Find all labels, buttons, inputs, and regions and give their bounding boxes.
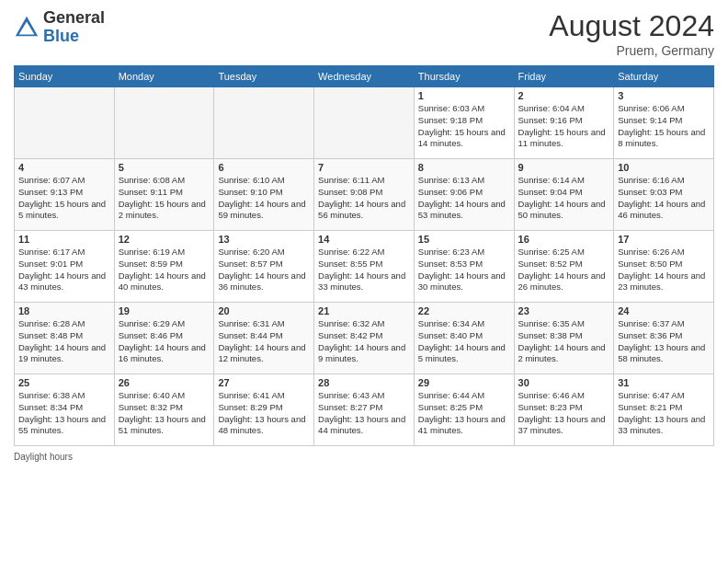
table-row: 26Sunrise: 6:40 AM Sunset: 8:32 PM Dayli…	[114, 374, 214, 446]
header-monday: Monday	[114, 66, 214, 87]
day-info: Sunrise: 6:16 AM Sunset: 9:03 PM Dayligh…	[618, 175, 710, 222]
header-sunday: Sunday	[15, 66, 115, 87]
day-number: 12	[119, 234, 210, 245]
day-info: Sunrise: 6:26 AM Sunset: 8:50 PM Dayligh…	[618, 247, 710, 293]
table-row: 28Sunrise: 6:43 AM Sunset: 8:27 PM Dayli…	[314, 374, 415, 446]
title-block: August 2024 Pruem, Germany	[549, 9, 714, 58]
day-number: 31	[618, 377, 710, 388]
month-title: August 2024	[549, 9, 714, 43]
day-info: Sunrise: 6:32 AM Sunset: 8:42 PM Dayligh…	[318, 318, 410, 365]
table-row: 22Sunrise: 6:34 AM Sunset: 8:40 PM Dayli…	[414, 303, 514, 374]
day-info: Sunrise: 6:25 AM Sunset: 8:52 PM Dayligh…	[518, 247, 610, 293]
day-info: Sunrise: 6:11 AM Sunset: 9:08 PM Dayligh…	[318, 175, 410, 222]
day-number: 22	[418, 305, 510, 316]
day-number: 28	[318, 377, 410, 388]
table-row	[314, 87, 415, 159]
day-number: 23	[518, 305, 610, 316]
logo-blue-text: Blue	[43, 27, 79, 45]
calendar-week-1: 1Sunrise: 6:03 AM Sunset: 9:18 PM Daylig…	[15, 87, 714, 159]
table-row: 25Sunrise: 6:38 AM Sunset: 8:34 PM Dayli…	[15, 374, 115, 446]
table-row: 15Sunrise: 6:23 AM Sunset: 8:53 PM Dayli…	[414, 231, 514, 303]
day-info: Sunrise: 6:31 AM Sunset: 8:44 PM Dayligh…	[218, 318, 310, 365]
logo: General Blue	[14, 9, 105, 46]
header-tuesday: Tuesday	[214, 66, 314, 87]
page-header: General Blue August 2024 Pruem, Germany	[14, 9, 714, 58]
table-row: 2Sunrise: 6:04 AM Sunset: 9:16 PM Daylig…	[514, 87, 614, 159]
day-info: Sunrise: 6:07 AM Sunset: 9:13 PM Dayligh…	[18, 175, 110, 222]
table-row: 24Sunrise: 6:37 AM Sunset: 8:36 PM Dayli…	[614, 303, 714, 374]
table-row: 6Sunrise: 6:10 AM Sunset: 9:10 PM Daylig…	[214, 159, 314, 231]
day-info: Sunrise: 6:13 AM Sunset: 9:06 PM Dayligh…	[418, 175, 510, 222]
day-info: Sunrise: 6:38 AM Sunset: 8:34 PM Dayligh…	[18, 390, 110, 437]
day-number: 25	[18, 377, 110, 388]
day-number: 3	[618, 90, 710, 101]
day-number: 29	[418, 377, 510, 388]
day-info: Sunrise: 6:17 AM Sunset: 9:01 PM Dayligh…	[18, 247, 110, 293]
day-number: 6	[218, 162, 310, 173]
table-row: 14Sunrise: 6:22 AM Sunset: 8:55 PM Dayli…	[314, 231, 415, 303]
day-info: Sunrise: 6:14 AM Sunset: 9:04 PM Dayligh…	[518, 175, 610, 222]
calendar-week-3: 11Sunrise: 6:17 AM Sunset: 9:01 PM Dayli…	[15, 231, 714, 303]
day-number: 11	[18, 234, 110, 245]
calendar-week-5: 25Sunrise: 6:38 AM Sunset: 8:34 PM Dayli…	[15, 374, 714, 446]
day-info: Sunrise: 6:44 AM Sunset: 8:25 PM Dayligh…	[418, 390, 510, 437]
day-info: Sunrise: 6:40 AM Sunset: 8:32 PM Dayligh…	[119, 390, 210, 437]
table-row: 5Sunrise: 6:08 AM Sunset: 9:11 PM Daylig…	[114, 159, 214, 231]
table-row: 10Sunrise: 6:16 AM Sunset: 9:03 PM Dayli…	[614, 159, 714, 231]
day-number: 15	[418, 234, 510, 245]
table-row: 20Sunrise: 6:31 AM Sunset: 8:44 PM Dayli…	[214, 303, 314, 374]
day-number: 1	[418, 90, 510, 101]
day-number: 19	[119, 305, 210, 316]
day-number: 13	[218, 234, 310, 245]
day-info: Sunrise: 6:03 AM Sunset: 9:18 PM Dayligh…	[418, 103, 510, 150]
day-info: Sunrise: 6:47 AM Sunset: 8:21 PM Dayligh…	[618, 390, 710, 437]
table-row: 1Sunrise: 6:03 AM Sunset: 9:18 PM Daylig…	[414, 87, 514, 159]
day-info: Sunrise: 6:28 AM Sunset: 8:48 PM Dayligh…	[18, 318, 110, 365]
day-info: Sunrise: 6:46 AM Sunset: 8:23 PM Dayligh…	[518, 390, 610, 437]
calendar-week-2: 4Sunrise: 6:07 AM Sunset: 9:13 PM Daylig…	[15, 159, 714, 231]
day-number: 18	[18, 305, 110, 316]
footer-note: Daylight hours	[14, 452, 714, 462]
day-info: Sunrise: 6:41 AM Sunset: 8:29 PM Dayligh…	[218, 390, 310, 437]
table-row: 11Sunrise: 6:17 AM Sunset: 9:01 PM Dayli…	[15, 231, 115, 303]
day-number: 30	[518, 377, 610, 388]
day-number: 2	[518, 90, 610, 101]
table-row: 21Sunrise: 6:32 AM Sunset: 8:42 PM Dayli…	[314, 303, 415, 374]
table-row: 3Sunrise: 6:06 AM Sunset: 9:14 PM Daylig…	[614, 87, 714, 159]
day-number: 16	[518, 234, 610, 245]
table-row: 30Sunrise: 6:46 AM Sunset: 8:23 PM Dayli…	[514, 374, 614, 446]
calendar-header-row: Sunday Monday Tuesday Wednesday Thursday…	[15, 66, 714, 87]
table-row: 27Sunrise: 6:41 AM Sunset: 8:29 PM Dayli…	[214, 374, 314, 446]
table-row: 18Sunrise: 6:28 AM Sunset: 8:48 PM Dayli…	[15, 303, 115, 374]
day-number: 26	[119, 377, 210, 388]
table-row: 12Sunrise: 6:19 AM Sunset: 8:59 PM Dayli…	[114, 231, 214, 303]
table-row: 16Sunrise: 6:25 AM Sunset: 8:52 PM Dayli…	[514, 231, 614, 303]
location-subtitle: Pruem, Germany	[549, 43, 714, 58]
day-number: 8	[418, 162, 510, 173]
day-number: 9	[518, 162, 610, 173]
calendar-table: Sunday Monday Tuesday Wednesday Thursday…	[14, 65, 714, 446]
day-number: 4	[18, 162, 110, 173]
header-wednesday: Wednesday	[314, 66, 415, 87]
table-row: 29Sunrise: 6:44 AM Sunset: 8:25 PM Dayli…	[414, 374, 514, 446]
day-info: Sunrise: 6:08 AM Sunset: 9:11 PM Dayligh…	[119, 175, 210, 222]
day-number: 27	[218, 377, 310, 388]
day-number: 14	[318, 234, 410, 245]
table-row: 19Sunrise: 6:29 AM Sunset: 8:46 PM Dayli…	[114, 303, 214, 374]
table-row	[214, 87, 314, 159]
day-info: Sunrise: 6:29 AM Sunset: 8:46 PM Dayligh…	[119, 318, 210, 365]
table-row: 23Sunrise: 6:35 AM Sunset: 8:38 PM Dayli…	[514, 303, 614, 374]
table-row	[114, 87, 214, 159]
logo-icon	[14, 15, 40, 40]
day-info: Sunrise: 6:43 AM Sunset: 8:27 PM Dayligh…	[318, 390, 410, 437]
day-info: Sunrise: 6:22 AM Sunset: 8:55 PM Dayligh…	[318, 247, 410, 293]
header-saturday: Saturday	[614, 66, 714, 87]
day-number: 17	[618, 234, 710, 245]
table-row: 17Sunrise: 6:26 AM Sunset: 8:50 PM Dayli…	[614, 231, 714, 303]
table-row: 4Sunrise: 6:07 AM Sunset: 9:13 PM Daylig…	[15, 159, 115, 231]
day-info: Sunrise: 6:23 AM Sunset: 8:53 PM Dayligh…	[418, 247, 510, 293]
table-row: 13Sunrise: 6:20 AM Sunset: 8:57 PM Dayli…	[214, 231, 314, 303]
calendar-week-4: 18Sunrise: 6:28 AM Sunset: 8:48 PM Dayli…	[15, 303, 714, 374]
day-number: 21	[318, 305, 410, 316]
table-row: 9Sunrise: 6:14 AM Sunset: 9:04 PM Daylig…	[514, 159, 614, 231]
